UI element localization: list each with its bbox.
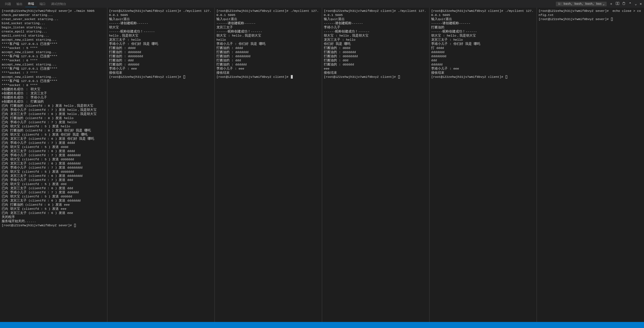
svg-rect-1 — [618, 2, 619, 5]
svg-rect-0 — [616, 2, 617, 5]
terminal-pane-1[interactable]: [root@iZ2zehwjh31jv7wmif8bvyZ sever]# ./… — [0, 8, 107, 322]
chevron-down-icon: ⌄ — [603, 2, 605, 6]
trash-icon[interactable] — [622, 2, 626, 6]
terminal-cursor — [291, 75, 293, 79]
terminal-pane-4[interactable]: [root@iZ2zehwjh31jv7wmif8bvyZ client]# .… — [322, 8, 430, 322]
new-terminal-icon[interactable]: ＋ — [609, 1, 613, 6]
terminal-pane-2[interactable]: [root@iZ2zehwjh31jv7wmif8bvyZ client]# .… — [107, 8, 215, 322]
close-panel-icon[interactable]: ✕ — [640, 2, 642, 6]
status-bar — [0, 322, 644, 328]
terminal-selector-label: 1: bash, bash, bash, bas — [558, 2, 601, 5]
terminal-cursor — [506, 75, 507, 79]
tab-problems[interactable]: 问题 — [2, 1, 14, 7]
terminal-pane-3[interactable]: [root@iZ2zehwjh31jv7wmif8bvyZ client]# .… — [215, 8, 322, 322]
split-terminal-icon[interactable] — [616, 2, 619, 6]
chevron-down-icon[interactable]: ⌄ — [635, 2, 637, 6]
terminal-selector-dropdown[interactable]: 1: bash, bash, bash, bas ⌄ — [556, 2, 607, 6]
terminal-cursor — [398, 75, 400, 79]
terminal-pane-6[interactable]: [root@iZ2zehwjh31jv7wmif8bvyZ sever]# ec… — [537, 8, 644, 322]
terminal-pane-5[interactable]: [root@iZ2zehwjh31jv7wmif8bvyZ client]# .… — [430, 8, 537, 322]
terminal-panes: [root@iZ2zehwjh31jv7wmif8bvyZ sever]# ./… — [0, 8, 644, 322]
maximize-panel-icon[interactable] — [628, 2, 632, 6]
terminal-cursor — [183, 75, 185, 79]
panel-tabbar: 问题 输出 终端 端口 调试控制台 1: bash, bash, bash, b… — [0, 0, 644, 8]
tab-debug-console[interactable]: 调试控制台 — [48, 1, 69, 7]
terminal-cursor — [611, 18, 613, 21]
terminal-cursor — [74, 224, 76, 227]
tab-output[interactable]: 输出 — [14, 1, 25, 7]
tab-terminal[interactable]: 终端 — [25, 1, 37, 7]
tab-ports[interactable]: 端口 — [37, 1, 48, 7]
